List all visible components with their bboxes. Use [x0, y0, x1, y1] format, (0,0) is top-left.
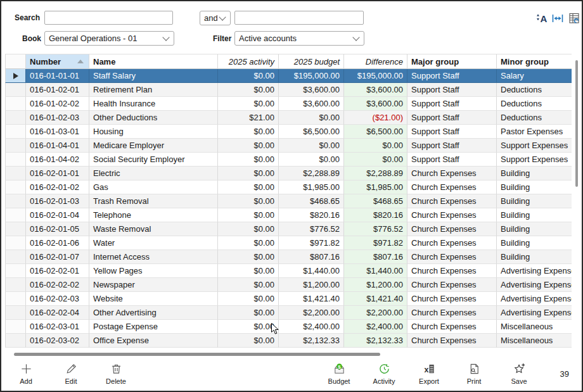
row-header-cell[interactable] — [5, 111, 26, 125]
row-header-cell[interactable] — [5, 139, 26, 153]
book-combo[interactable]: General Operations - 01 — [44, 31, 174, 46]
row-header-cell[interactable] — [5, 292, 26, 306]
cell-major: Church Expenses — [407, 236, 497, 250]
cell-number: 016-01-02-01 — [26, 83, 89, 97]
table-row[interactable]: 016-02-03-01Postage Expense$0.00$2,400.0… — [5, 320, 572, 334]
cell-major: Church Expenses — [407, 264, 497, 278]
table-row[interactable]: 016-01-04-02Social Security Employer$0.0… — [5, 153, 572, 167]
fit-columns-icon[interactable] — [551, 11, 565, 25]
horizontal-scrollbar-thumb[interactable] — [14, 353, 380, 356]
activity-button[interactable]: Activity — [368, 362, 400, 385]
cell-activity: $21.00 — [218, 111, 279, 125]
cell-major: Church Expenses — [407, 180, 497, 194]
table-row[interactable]: 016-02-03-02Office Expense$0.00$2,132.33… — [5, 334, 572, 348]
table-row[interactable]: 016-02-02-03Website$0.00$1,421.40$1,421.… — [5, 292, 572, 306]
choose-columns-icon[interactable] — [567, 11, 581, 25]
cell-budget: $971.82 — [279, 236, 344, 250]
cell-activity: $0.00 — [218, 97, 279, 111]
table-row[interactable]: 016-01-04-01Medicare Employer$0.00$0.00$… — [5, 139, 572, 153]
print-preview-icon — [468, 362, 481, 376]
column-header-budget[interactable]: 2025 budget — [279, 54, 344, 69]
cell-major: Support Staff — [407, 139, 497, 153]
cell-number: 016-01-03-01 — [26, 125, 89, 139]
table-row[interactable]: 016-02-02-04Other Advertising$0.00$2,200… — [5, 306, 572, 320]
search-input[interactable] — [44, 11, 173, 25]
row-header-cell[interactable] — [5, 250, 26, 264]
text-size-icon[interactable]: A — [534, 11, 548, 25]
trash-icon — [110, 362, 123, 376]
cell-name: Telephone — [89, 208, 218, 222]
cell-name: Electric — [89, 167, 218, 180]
cell-name: Trash Removal — [89, 194, 218, 208]
cell-activity: $0.00 — [218, 125, 279, 139]
table-row[interactable]: 016-02-01-05Waste Removal$0.00$776.52$77… — [5, 222, 572, 236]
row-header-cell[interactable] — [5, 167, 26, 180]
table-row[interactable]: 016-02-01-03Trash Removal$0.00$468.65$46… — [5, 194, 572, 208]
table-row[interactable]: 016-02-01-02Gas$0.00$1,985.00$1,985.00Ch… — [5, 180, 572, 194]
budget-button[interactable]: $ Budget — [323, 362, 355, 385]
cell-minor: Advertising Expenses — [497, 306, 572, 320]
vertical-scrollbar[interactable] — [572, 54, 581, 353]
search-input-2[interactable] — [234, 11, 364, 25]
edit-button[interactable]: Edit — [55, 362, 87, 385]
table-row[interactable]: 016-02-01-07Internet Access$0.00$807.16$… — [5, 250, 572, 264]
cell-minor: Deductions — [497, 83, 572, 97]
table-row[interactable]: 016-02-01-04Telephone$0.00$820.16$820.16… — [5, 208, 572, 222]
cell-number: 016-01-01-01 — [26, 69, 89, 83]
row-header-cell[interactable] — [5, 320, 26, 334]
current-row-indicator-icon — [13, 73, 18, 79]
export-button[interactable]: x Export — [413, 362, 445, 385]
cell-difference: $3,600.00 — [344, 83, 407, 97]
cell-budget: $0.00 — [279, 139, 344, 153]
filter-combo[interactable]: Active accounts — [234, 31, 364, 46]
column-header-number[interactable]: Number — [26, 54, 89, 69]
row-header-cell[interactable] — [5, 97, 26, 111]
row-header-cell[interactable] — [5, 222, 26, 236]
column-header-difference[interactable]: Difference — [344, 54, 407, 69]
row-header-cell[interactable] — [5, 334, 26, 348]
column-header-minor-group[interactable]: Minor group — [497, 54, 572, 69]
table-row[interactable]: 016-01-02-01Retirement Plan$0.00$3,600.0… — [5, 83, 572, 97]
row-header-cell[interactable] — [5, 208, 26, 222]
row-header-cell[interactable] — [5, 180, 26, 194]
cell-number: 016-02-02-04 — [26, 306, 89, 320]
cell-activity: $0.00 — [218, 83, 279, 97]
row-header-cell[interactable] — [5, 236, 26, 250]
table-row[interactable]: 016-02-01-01Electric$0.00$2,288.89$2,288… — [5, 167, 572, 180]
cell-budget: $2,288.89 — [279, 167, 344, 180]
row-header-cell[interactable] — [5, 125, 26, 139]
cell-minor: Advertising Expenses — [497, 278, 572, 292]
table-row[interactable]: 016-02-02-01Yellow Pages$0.00$1,440.00$1… — [5, 264, 572, 278]
table-row[interactable]: 016-01-03-01Housing$0.00$6,500.00$6,500.… — [5, 125, 572, 139]
table-row[interactable]: 016-01-01-01Staff Salary$0.00$195,000.00… — [5, 69, 572, 83]
table-row[interactable]: 016-02-02-02Newspaper$0.00$1,200.00$1,20… — [5, 278, 572, 292]
cell-name: Medicare Employer — [89, 139, 218, 153]
cell-difference: $3,600.00 — [344, 97, 407, 111]
column-header-name[interactable]: Name — [89, 54, 218, 69]
cell-minor: Deductions — [497, 111, 572, 125]
record-count: 39 — [560, 369, 569, 379]
search-operator-combo[interactable]: and — [200, 11, 231, 25]
vertical-scrollbar-thumb[interactable] — [575, 60, 578, 187]
row-header-cell[interactable] — [5, 194, 26, 208]
print-button[interactable]: Print — [458, 362, 490, 385]
row-header-cell[interactable] — [5, 264, 26, 278]
add-button[interactable]: Add — [10, 362, 42, 385]
column-header-major-group[interactable]: Major group — [407, 54, 497, 69]
cell-major: Church Expenses — [407, 167, 497, 180]
row-header-cell[interactable] — [5, 306, 26, 320]
row-header-cell[interactable] — [5, 83, 26, 97]
row-header-cell[interactable] — [5, 278, 26, 292]
table-row[interactable]: 016-02-01-06Water$0.00$971.82$971.82Chur… — [5, 236, 572, 250]
row-header-cell[interactable] — [5, 153, 26, 167]
cell-difference: $1,200.00 — [344, 278, 407, 292]
save-button[interactable]: Save — [503, 362, 535, 385]
table-row[interactable]: 016-01-02-02Health Insurance$0.00$3,600.… — [5, 97, 572, 111]
cell-number: 016-01-02-02 — [26, 97, 89, 111]
column-header-activity[interactable]: 2025 activity — [218, 54, 279, 69]
delete-button[interactable]: Delete — [100, 362, 132, 385]
row-header-cell[interactable] — [5, 69, 26, 83]
cell-difference: $195,000.00 — [344, 69, 407, 83]
table-row[interactable]: 016-01-02-03Other Deductions$21.00$0.00(… — [5, 111, 572, 125]
cell-difference: $468.65 — [344, 194, 407, 208]
